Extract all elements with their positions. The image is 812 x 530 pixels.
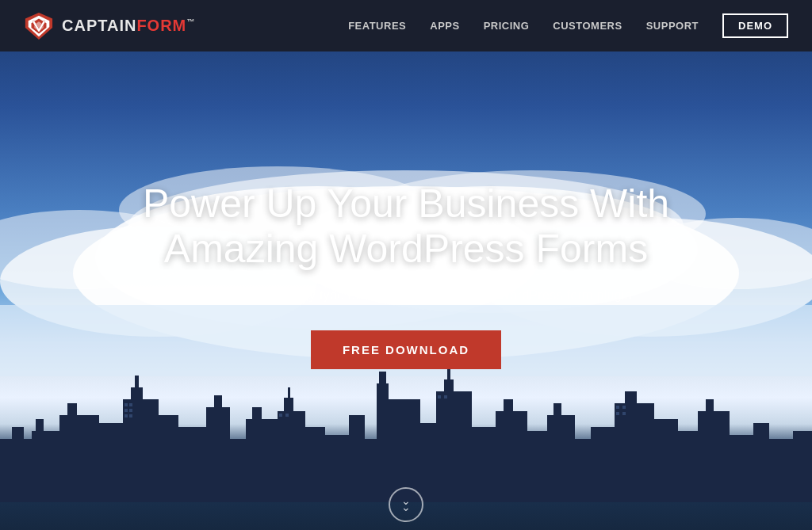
svg-rect-71 [279, 414, 282, 417]
svg-rect-77 [616, 412, 619, 415]
svg-rect-45 [447, 369, 450, 379]
chevron-down-icon-2: ⌄ [401, 501, 411, 513]
svg-rect-40 [379, 372, 386, 383]
free-download-button[interactable]: FREE DOWNLOAD [311, 330, 501, 369]
logo-text: CAPTAINFORM™ [62, 17, 195, 35]
nav-links: FEATURES APPS PRICING CUSTOMERS SUPPORT … [348, 13, 788, 38]
svg-rect-39 [377, 383, 389, 502]
svg-rect-33 [284, 398, 293, 411]
navbar: CAPTAINFORM™ FEATURES APPS PRICING CUSTO… [0, 0, 812, 51]
svg-rect-73 [438, 395, 441, 398]
svg-rect-28 [214, 395, 222, 407]
svg-rect-65 [124, 403, 128, 406]
svg-rect-78 [622, 412, 626, 415]
nav-features[interactable]: FEATURES [348, 20, 406, 32]
svg-rect-34 [288, 387, 290, 398]
svg-rect-51 [553, 403, 561, 415]
svg-rect-68 [129, 409, 132, 412]
svg-rect-74 [444, 395, 447, 398]
nav-apps[interactable]: APPS [430, 20, 459, 32]
scroll-down-button[interactable]: ⌄ ⌄ [389, 487, 423, 522]
svg-rect-44 [444, 379, 454, 391]
svg-rect-66 [129, 403, 132, 406]
svg-rect-31 [252, 407, 262, 419]
hero-subtitle: Create and publish any type of form & su… [89, 288, 723, 303]
svg-rect-43 [436, 391, 472, 502]
svg-rect-69 [124, 414, 128, 418]
svg-rect-20 [67, 403, 77, 415]
svg-rect-23 [131, 387, 143, 399]
svg-rect-59 [706, 399, 714, 411]
logo-shield-icon [24, 11, 54, 41]
svg-rect-24 [135, 376, 139, 387]
nav-support[interactable]: SUPPORT [646, 20, 699, 32]
hero-content: Power Up Your Business With Amazing Word… [89, 166, 723, 369]
svg-rect-55 [625, 391, 637, 403]
hero-section: Power Up Your Business With Amazing Word… [0, 0, 812, 530]
svg-rect-16 [12, 427, 24, 439]
svg-rect-76 [622, 406, 626, 409]
nav-pricing[interactable]: PRICING [484, 20, 530, 32]
svg-rect-75 [616, 406, 619, 409]
svg-rect-72 [285, 414, 289, 417]
svg-rect-70 [129, 414, 132, 418]
logo[interactable]: CAPTAINFORM™ [24, 11, 195, 41]
svg-rect-48 [504, 399, 513, 411]
nav-customers[interactable]: CUSTOMERS [553, 20, 622, 32]
demo-button[interactable]: DEMO [722, 13, 788, 38]
hero-title: Power Up Your Business With Amazing Word… [89, 181, 723, 273]
svg-rect-67 [124, 409, 128, 412]
svg-rect-18 [36, 419, 44, 431]
